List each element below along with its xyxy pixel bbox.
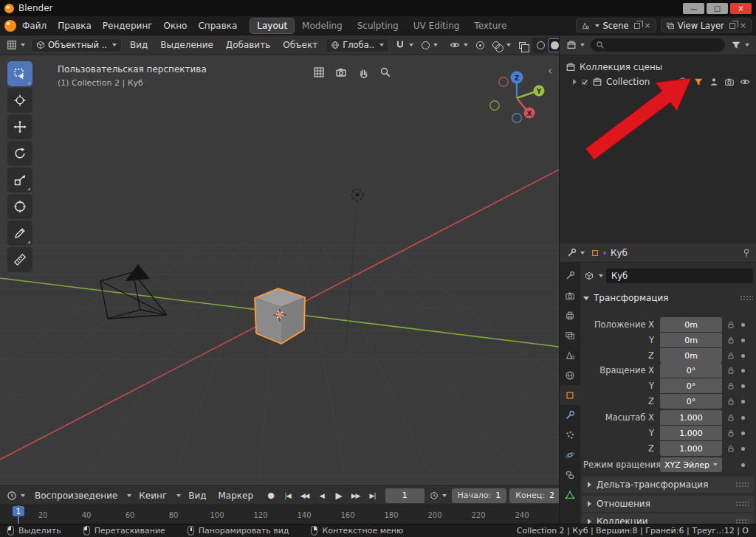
menu-playback[interactable]: Воспроизведение: [30, 489, 122, 502]
animate-dot[interactable]: [741, 416, 745, 420]
timeline-editor-type-button[interactable]: [4, 489, 27, 502]
menu-render[interactable]: Рендеринг: [97, 18, 158, 33]
snap-toggle[interactable]: [393, 38, 416, 52]
workspace-tab-texture[interactable]: Texture: [467, 18, 513, 33]
zoom-view-button[interactable]: [377, 64, 394, 80]
close-button[interactable]: ×: [730, 3, 752, 14]
minimize-button[interactable]: —: [683, 3, 704, 14]
scale-x-field[interactable]: 1.000: [660, 410, 722, 425]
menu-timeline-view[interactable]: Вид: [184, 489, 210, 502]
outliner-search-input[interactable]: [591, 38, 725, 52]
lock-icon[interactable]: [726, 320, 735, 329]
gizmo-neg-y-ball[interactable]: [490, 101, 499, 110]
animate-dot[interactable]: [741, 323, 745, 327]
animate-dot[interactable]: [741, 463, 745, 467]
collection-checkbox[interactable]: [580, 78, 588, 86]
tool-transform[interactable]: [7, 194, 32, 219]
play-button[interactable]: ▶: [331, 488, 346, 503]
collection-exclude-icon[interactable]: [678, 77, 688, 87]
tool-cursor[interactable]: [7, 88, 32, 113]
tab-tool[interactable]: [560, 266, 580, 285]
panel-grip-icon[interactable]: [735, 501, 749, 507]
menu-keying[interactable]: Кеинг: [134, 489, 171, 502]
transform-panel-header[interactable]: Трансформация: [583, 291, 753, 305]
outliner-row-collection[interactable]: Collection: [563, 75, 753, 89]
current-frame-field[interactable]: 1: [385, 488, 424, 503]
tab-particles[interactable]: [560, 425, 580, 445]
lock-icon[interactable]: [726, 366, 735, 375]
location-y-field[interactable]: 0m: [660, 333, 722, 347]
menu-file[interactable]: Файл: [17, 18, 52, 33]
record-button[interactable]: ●: [264, 488, 278, 503]
tab-object[interactable]: [560, 385, 580, 405]
restrict-render-icon[interactable]: [724, 77, 735, 87]
animate-dot[interactable]: [741, 354, 745, 358]
properties-editor-type-button[interactable]: [564, 246, 587, 260]
lock-icon[interactable]: [726, 444, 735, 453]
tab-scene[interactable]: [560, 345, 580, 365]
viewport-canvas[interactable]: [0, 55, 559, 485]
workspace-tab-uvediting[interactable]: UV Editing: [407, 18, 467, 33]
menu-window[interactable]: Окно: [159, 18, 193, 33]
editor-type-button[interactable]: [4, 38, 27, 52]
menu-select[interactable]: Выделение: [156, 38, 217, 52]
tab-physics[interactable]: [560, 445, 580, 465]
toggle-perspective-button[interactable]: [310, 64, 328, 80]
lock-icon[interactable]: [726, 429, 735, 437]
scene-selector[interactable]: Scene ×: [576, 18, 656, 32]
rotation-z-field[interactable]: 0°: [660, 394, 722, 409]
frame-end-field[interactable]: Конец: 2: [509, 488, 559, 503]
playhead-marker[interactable]: 1: [13, 506, 24, 516]
gizmo-neg-x-ball[interactable]: [499, 77, 508, 86]
mode-selector[interactable]: Объектный ..: [31, 38, 122, 52]
blender-menu-icon[interactable]: [4, 20, 16, 32]
menu-help[interactable]: Справка: [193, 18, 242, 33]
tool-rotate[interactable]: [7, 141, 32, 166]
tab-object-data[interactable]: [560, 485, 580, 505]
shading-solid-button[interactable]: [549, 39, 559, 52]
panel-relations[interactable]: Отношения: [582, 496, 755, 512]
outliner-editor-type-button[interactable]: [564, 38, 587, 52]
tool-annotate[interactable]: [7, 221, 32, 246]
new-view-layer-icon[interactable]: [729, 23, 735, 29]
animate-dot[interactable]: [741, 384, 745, 388]
hide-viewport-eye-icon[interactable]: [740, 77, 750, 87]
tab-render[interactable]: [560, 285, 580, 305]
use-preview-range-toggle[interactable]: [427, 490, 449, 502]
panel-grip-icon[interactable]: [735, 482, 749, 488]
menu-view[interactable]: Вид: [126, 38, 152, 52]
gizmo-neg-z-ball[interactable]: [512, 114, 521, 122]
location-z-field[interactable]: 0m: [660, 348, 722, 363]
lock-icon[interactable]: [726, 351, 735, 360]
scale-z-field[interactable]: 1.000: [660, 441, 722, 456]
navigation-gizmo[interactable]: Z Y X: [477, 61, 554, 125]
tab-output[interactable]: [560, 305, 580, 325]
filter-funnel-icon[interactable]: [693, 77, 704, 87]
tab-view-layer[interactable]: [560, 325, 580, 345]
rotation-y-field[interactable]: 0°: [660, 378, 722, 393]
menu-object[interactable]: Объект: [278, 38, 322, 52]
visibility-toggle[interactable]: [447, 38, 470, 52]
lock-icon[interactable]: [726, 336, 735, 344]
rotation-x-field[interactable]: 0°: [660, 363, 722, 378]
tab-world[interactable]: [560, 365, 580, 385]
transform-orientation-selector[interactable]: Глоба..: [326, 38, 389, 52]
lock-icon[interactable]: [726, 397, 735, 406]
animate-dot[interactable]: [741, 447, 745, 451]
prev-keyframe-button[interactable]: ◀◀: [298, 488, 312, 503]
move-view-button[interactable]: [354, 64, 372, 80]
view-layer-selector[interactable]: View Layer ×: [661, 18, 752, 32]
outliner-row-scene-collection[interactable]: Коллекция сцены: [563, 60, 753, 75]
animate-dot[interactable]: [741, 432, 745, 435]
jump-to-end-button[interactable]: ▶|: [365, 488, 379, 503]
xray-toggle[interactable]: [517, 41, 528, 50]
play-reverse-button[interactable]: ◀: [315, 488, 329, 503]
show-gizmo-toggle[interactable]: [474, 40, 487, 51]
restrict-select-icon[interactable]: [709, 77, 719, 87]
jump-to-start-button[interactable]: |◀: [281, 488, 295, 503]
rotation-mode-dropdown[interactable]: XYZ Эйлер: [660, 457, 722, 472]
workspace-tab-layout[interactable]: Layout: [250, 18, 294, 33]
pin-icon[interactable]: [741, 248, 752, 258]
new-scene-icon[interactable]: [634, 23, 640, 29]
lock-icon[interactable]: [726, 381, 735, 390]
